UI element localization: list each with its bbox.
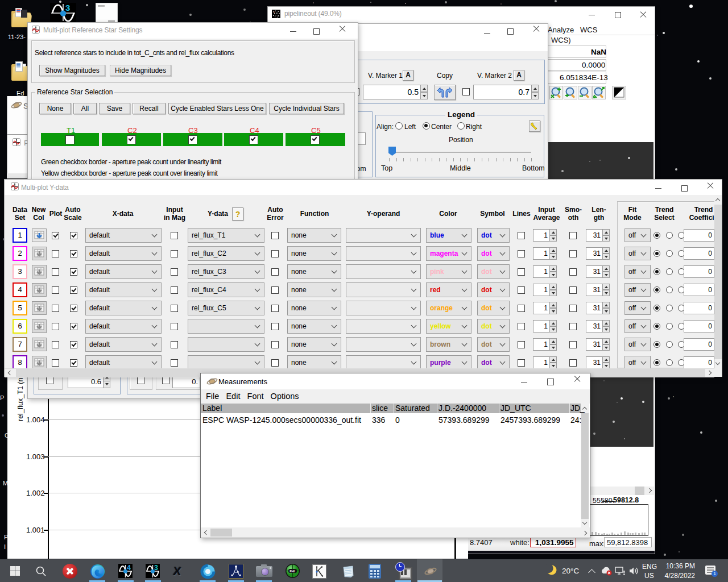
svg-text:3: 3 — [65, 3, 70, 13]
svg-text:FHI: FHI — [289, 569, 295, 573]
svg-text:3: 3 — [154, 564, 158, 572]
svg-text:4: 4 — [127, 564, 131, 572]
